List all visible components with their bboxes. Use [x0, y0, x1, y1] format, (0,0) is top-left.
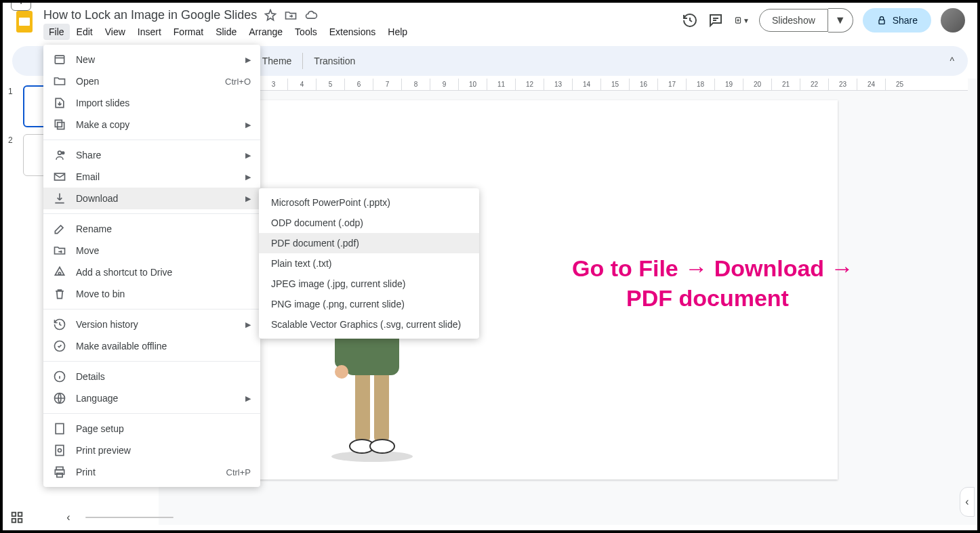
ruler-tick: 19 [714, 79, 743, 90]
menu-arrange[interactable]: Arrange [243, 24, 288, 40]
menu-format[interactable]: Format [168, 24, 209, 40]
file-menu-import-slides[interactable]: Import slides [43, 92, 260, 114]
file-menu-download[interactable]: Download▶ [43, 188, 260, 209]
prev-slide-icon[interactable]: ‹ [61, 510, 76, 525]
file-menu-email[interactable]: Email▶ [43, 166, 260, 188]
account-avatar[interactable] [941, 8, 965, 33]
download-png[interactable]: PNG image (.png, current slide) [259, 294, 479, 314]
download-plain[interactable]: Plain text (.txt) [259, 253, 479, 274]
grid-view-icon[interactable] [9, 510, 24, 525]
star-icon[interactable] [264, 9, 277, 22]
file-menu-open[interactable]: OpenCtrl+O [43, 70, 260, 92]
thumb-number-1: 1 [8, 85, 18, 96]
submenu-arrow-icon: ▶ [245, 173, 251, 182]
ruler-tick: 7 [373, 79, 401, 90]
svg-rect-7 [355, 368, 370, 443]
import-icon [53, 96, 66, 110]
file-menu-move[interactable]: Move [43, 240, 260, 261]
print-icon [53, 465, 66, 479]
download-jpeg[interactable]: JPEG image (.jpg, current slide) [259, 274, 479, 294]
svg-point-10 [370, 440, 394, 453]
menu-item-label: Print [76, 467, 217, 477]
file-menu-details[interactable]: Details [43, 366, 260, 387]
ruler-tick: 4 [287, 79, 316, 90]
file-menu-print-preview[interactable]: Print preview [43, 440, 260, 461]
comment-icon[interactable] [708, 12, 724, 28]
trash-icon [53, 287, 66, 301]
file-menu-move-to-bin[interactable]: Move to bin [43, 283, 260, 305]
menu-item-label: Import slides [76, 98, 251, 108]
menu-tools[interactable]: Tools [289, 24, 323, 40]
file-menu-new[interactable]: New▶ [43, 49, 260, 70]
menu-file[interactable]: File [43, 24, 70, 40]
file-menu-share[interactable]: Share▶ [43, 144, 260, 166]
menu-item-label: Version history [76, 319, 236, 330]
menu-view[interactable]: View [100, 24, 131, 40]
window-icon [53, 53, 66, 66]
horizontal-ruler: 1234567891011121314151617181920212223242… [159, 79, 968, 91]
svg-rect-38 [18, 513, 22, 517]
menu-item-label: Download [76, 193, 236, 204]
file-menu-page-setup[interactable]: Page setup [43, 418, 260, 440]
download-pdf[interactable]: PDF document (.pdf) [259, 233, 479, 253]
file-menu-version-history[interactable]: Version history▶ [43, 314, 260, 335]
menu-edit[interactable]: Edit [71, 24, 98, 40]
move-to-folder-icon[interactable] [284, 9, 298, 22]
file-menu-add-a-shortcut-to-drive[interactable]: Add a shortcut to Drive [43, 261, 260, 283]
submenu-arrow-icon: ▶ [245, 320, 251, 329]
menu-item-label: Add a shortcut to Drive [76, 267, 251, 278]
ruler-tick: 22 [800, 79, 828, 90]
submenu-arrow-icon: ▶ [245, 394, 251, 403]
slideshow-dropdown[interactable]: ▼ [828, 8, 853, 33]
copy-icon [53, 118, 66, 131]
ruler-tick: 21 [771, 79, 800, 90]
ruler-tick: 15 [600, 79, 629, 90]
transition-button[interactable]: Transition [307, 51, 362, 70]
doc-title[interactable]: How to Lock an Image in Google Slides [43, 8, 257, 22]
file-menu-language[interactable]: Language▶ [43, 387, 260, 409]
history-icon[interactable] [682, 12, 698, 28]
download-scalable[interactable]: Scalable Vector Graphics (.svg, current … [259, 314, 479, 335]
share-label: Share [893, 15, 918, 26]
svg-point-13 [335, 365, 348, 379]
menu-slide[interactable]: Slide [210, 24, 242, 40]
ruler-tick: 3 [259, 79, 287, 90]
share-button[interactable]: Share [863, 8, 931, 33]
ruler-tick: 23 [828, 79, 857, 90]
menu-extensions[interactable]: Extensions [324, 24, 381, 40]
new-slide-button[interactable]: + [11, 0, 31, 11]
file-menu-make-a-copy[interactable]: Make a copy▶ [43, 114, 260, 135]
menu-help[interactable]: Help [382, 24, 413, 40]
menu-insert[interactable]: Insert [132, 24, 167, 40]
download-odp[interactable]: ODP document (.odp) [259, 213, 479, 233]
svg-rect-1 [19, 18, 30, 26]
title-area: How to Lock an Image in Google Slides Fi… [43, 8, 682, 40]
download-microsoft[interactable]: Microsoft PowerPoint (.pptx) [259, 192, 479, 213]
svg-rect-39 [12, 519, 16, 523]
ruler-tick: 20 [743, 79, 771, 90]
theme-button[interactable]: Theme [256, 51, 299, 70]
cloud-status-icon[interactable] [304, 9, 318, 22]
file-menu-make-available-offline[interactable]: Make available offline [43, 335, 260, 357]
file-menu-print[interactable]: PrintCtrl+P [43, 461, 260, 483]
expand-side-panel-icon[interactable]: ‹ [960, 487, 975, 517]
submenu-arrow-icon: ▶ [245, 56, 251, 64]
film-slider[interactable] [85, 517, 173, 518]
download-icon [53, 192, 66, 205]
present-icon[interactable]: ▼ [733, 12, 750, 28]
submenu-arrow-icon: ▶ [245, 121, 251, 129]
lock-icon [876, 15, 887, 26]
menu-item-label: Share [76, 150, 236, 161]
slideshow-button[interactable]: Slideshow [759, 9, 828, 32]
svg-rect-31 [56, 446, 64, 456]
ruler-tick: 16 [629, 79, 657, 90]
svg-rect-4 [879, 20, 884, 24]
slides-logo[interactable] [11, 8, 38, 35]
file-menu-rename[interactable]: Rename [43, 218, 260, 240]
collapse-toolbar-icon[interactable]: ^ [943, 51, 961, 70]
menu-item-label: Details [76, 371, 251, 382]
svg-rect-40 [18, 519, 22, 523]
menu-separator [43, 361, 260, 362]
menu-bar: File Edit View Insert Format Slide Arran… [43, 24, 682, 40]
menu-separator [43, 309, 260, 310]
